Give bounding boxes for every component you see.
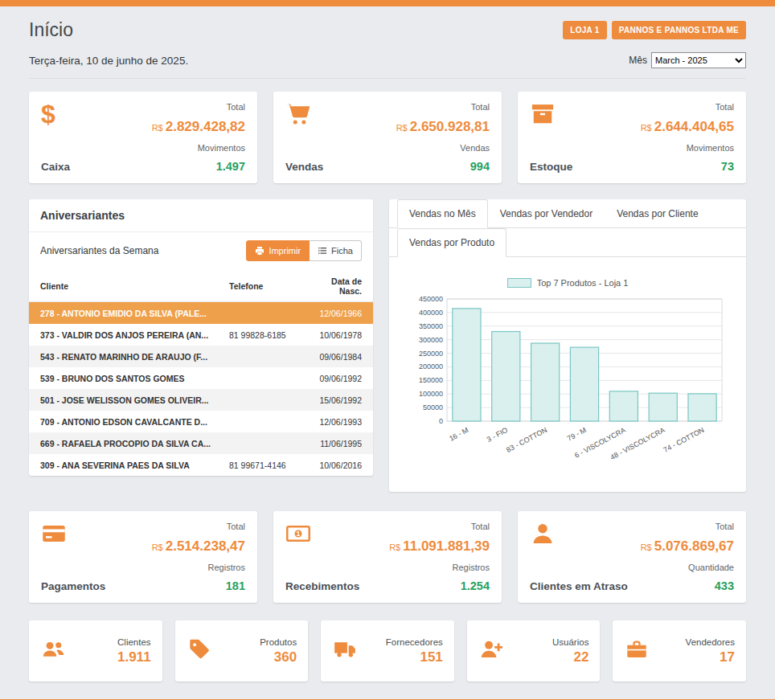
store-button[interactable]: LOJA 1 xyxy=(563,21,606,39)
mini-label: Fornecedores xyxy=(364,637,443,647)
client-phone xyxy=(218,411,303,432)
usuarios-mini-card: Usuários 22 xyxy=(467,620,601,682)
svg-text:16 - M: 16 - M xyxy=(448,426,470,443)
users-icon xyxy=(40,638,66,664)
month-select[interactable]: March - 2025 xyxy=(651,52,746,68)
dashboard-main: Início LOJA 1 PANNOS E PANNOS LTDA ME Te… xyxy=(0,6,775,682)
birthdays-table: Cliente Telefone Data de Nasc. 278 - ANT… xyxy=(29,271,373,476)
col-nascimento: Data de Nasc. xyxy=(303,271,373,302)
sales-subtabs: Vendas por Produto xyxy=(389,228,746,257)
money-bill-icon: 1 xyxy=(285,522,314,549)
total-label: Total xyxy=(152,522,245,531)
briefcase-icon xyxy=(624,638,650,664)
count-value: 181 xyxy=(152,579,245,592)
table-row[interactable]: 309 - ANA SEVERINA PAES DA SILVA 81 9967… xyxy=(29,454,373,476)
table-row[interactable]: 373 - VALDIR DOS ANJOS PEREIRA (AN... 81… xyxy=(29,324,373,346)
legend-label: Top 7 Produtos - Loja 1 xyxy=(537,278,629,288)
client-name: 669 - RAFAELA PROCOPIO DA SILVA CA... xyxy=(29,432,218,454)
count-value: 994 xyxy=(396,160,490,173)
count-label: Registros xyxy=(152,563,245,572)
sales-panel: Vendas no Mês Vendas por Vendedor Vendas… xyxy=(389,199,746,492)
page-title: Início xyxy=(29,19,73,41)
client-name: 539 - BRUNO DOS SANTOS GOMES xyxy=(29,367,218,389)
card-title: Clientes em Atraso xyxy=(530,580,628,592)
total-value: R$2.644.404,65 xyxy=(641,119,734,135)
svg-text:400000: 400000 xyxy=(419,309,443,317)
count-label: Movimentos xyxy=(152,143,245,153)
ficha-button[interactable]: Ficha xyxy=(310,240,362,261)
svg-text:1: 1 xyxy=(297,530,301,538)
mini-value: 1.911 xyxy=(72,649,151,665)
sales-tabs: Vendas no Mês Vendas por Vendedor Vendas… xyxy=(389,199,746,228)
client-name: 543 - RENATO MARINHO DE ARAUJO (F... xyxy=(29,346,218,367)
print-button[interactable]: Imprimir xyxy=(246,240,310,261)
mini-label: Usuários xyxy=(511,637,589,647)
card-title: Estoque xyxy=(530,161,572,173)
svg-text:250000: 250000 xyxy=(419,350,443,358)
client-phone xyxy=(218,346,303,367)
cart-icon xyxy=(285,102,314,129)
pagamentos-card: Pagamentos Total R$2.514.238,47 Registro… xyxy=(29,511,257,603)
svg-text:350000: 350000 xyxy=(419,322,443,330)
total-label: Total xyxy=(641,102,734,112)
mini-value: 22 xyxy=(511,649,589,665)
table-row[interactable]: 278 - ANTONIO EMIDIO DA SILVA (PALE... 1… xyxy=(29,302,373,325)
company-button[interactable]: PANNOS E PANNOS LTDA ME xyxy=(612,21,746,39)
mini-cards-row: Clientes 1.911 Produtos 360 Fornecedores… xyxy=(29,620,746,682)
credit-card-icon xyxy=(41,522,70,549)
chart-area: Top 7 Produtos - Loja 1 0500001000001500… xyxy=(389,257,746,465)
svg-text:3 - FIO: 3 - FIO xyxy=(486,426,509,444)
middle-section: Aniversariantes Aniversariantes da Seman… xyxy=(29,199,746,492)
table-row[interactable]: 709 - ANTONIO EDSON CAVALCANTE D... 12/0… xyxy=(29,411,373,432)
card-title: Pagamentos xyxy=(41,580,105,592)
table-row[interactable]: 543 - RENATO MARINHO DE ARAUJO (F... 09/… xyxy=(29,346,373,367)
mini-label: Clientes xyxy=(72,637,151,647)
client-birthdate: 10/06/2016 xyxy=(303,454,373,476)
client-name: 373 - VALDIR DOS ANJOS PEREIRA (AN... xyxy=(29,324,218,346)
svg-text:150000: 150000 xyxy=(419,376,443,384)
client-birthdate: 10/06/1978 xyxy=(303,324,373,346)
printer-icon xyxy=(255,246,264,256)
truck-icon xyxy=(332,638,358,664)
svg-text:100000: 100000 xyxy=(419,390,443,398)
tab-vendas-no-mes[interactable]: Vendas no Mês xyxy=(397,199,488,228)
list-icon xyxy=(318,246,327,256)
svg-text:83 - COTTON: 83 - COTTON xyxy=(505,426,548,454)
stat-cards-row-2: Pagamentos Total R$2.514.238,47 Registro… xyxy=(29,511,746,603)
table-row[interactable]: 501 - JOSE WELISSON GOMES OLIVEIR... 15/… xyxy=(29,389,373,411)
total-label: Total xyxy=(389,522,490,531)
date-row: Terça-feira, 10 de junho de 2025. Mês Ma… xyxy=(29,52,746,79)
month-label: Mês xyxy=(629,55,647,66)
mini-value: 17 xyxy=(656,649,735,665)
tab-vendas-por-cliente[interactable]: Vendas por Cliente xyxy=(605,199,710,228)
birthdays-panel: Aniversariantes Aniversariantes da Seman… xyxy=(29,199,373,476)
table-row[interactable]: 539 - BRUNO DOS SANTOS GOMES 09/06/1992 xyxy=(29,367,373,389)
total-value: R$2.514.238,47 xyxy=(152,538,245,555)
user-plus-icon xyxy=(478,638,504,664)
legend-swatch xyxy=(507,278,531,288)
client-phone: 81 99828-6185 xyxy=(218,324,303,346)
header-buttons: LOJA 1 PANNOS E PANNOS LTDA ME xyxy=(563,21,746,39)
mini-label: Produtos xyxy=(219,637,297,647)
col-telefone: Telefone xyxy=(218,271,303,302)
total-value: R$2.829.428,82 xyxy=(152,119,245,135)
month-filter: Mês March - 2025 xyxy=(629,52,746,68)
estoque-card: Estoque Total R$2.644.404,65 Movimentos … xyxy=(518,92,746,183)
col-cliente: Cliente xyxy=(29,271,218,302)
birthdays-title: Aniversariantes xyxy=(29,199,373,232)
tab-vendas-por-produto[interactable]: Vendas por Produto xyxy=(397,228,506,257)
mini-value: 360 xyxy=(219,649,297,665)
vendedores-mini-card: Vendedores 17 xyxy=(613,620,746,682)
count-value: 433 xyxy=(641,579,734,592)
card-title: Recebimentos xyxy=(285,580,359,592)
client-birthdate: 12/06/1993 xyxy=(303,411,373,432)
svg-text:79 - M: 79 - M xyxy=(566,426,588,443)
page-header: Início LOJA 1 PANNOS E PANNOS LTDA ME xyxy=(29,19,746,41)
svg-text:200000: 200000 xyxy=(419,362,443,370)
table-row[interactable]: 669 - RAFAELA PROCOPIO DA SILVA CA... 11… xyxy=(29,432,373,454)
total-label: Total xyxy=(152,102,245,112)
total-value: R$11.091.881,39 xyxy=(389,538,490,555)
client-birthdate: 09/06/1992 xyxy=(303,367,373,389)
mini-value: 151 xyxy=(364,649,443,665)
tab-vendas-por-vendedor[interactable]: Vendas por Vendedor xyxy=(488,199,605,228)
